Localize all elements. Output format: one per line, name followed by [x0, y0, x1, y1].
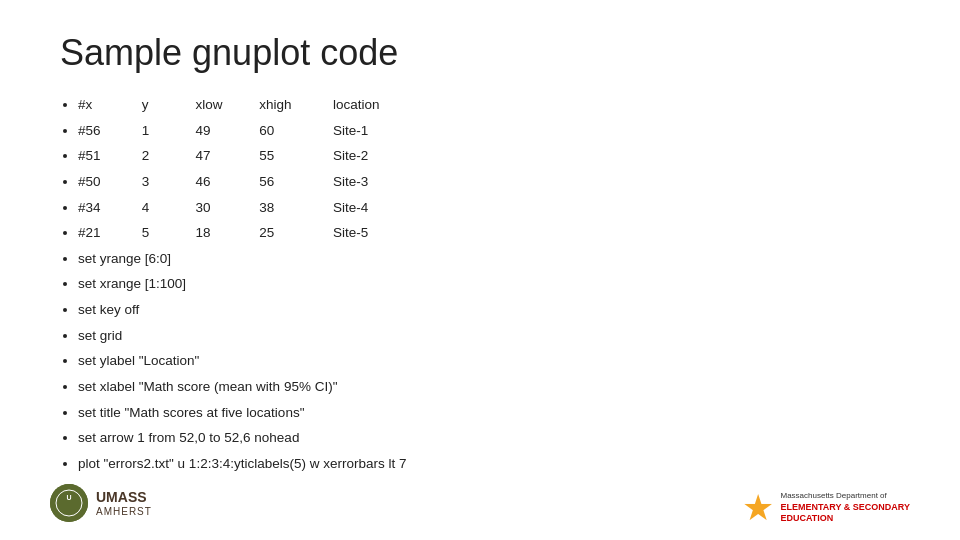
page-title: Sample gnuplot code: [0, 0, 960, 92]
umass-name: UMASS: [96, 489, 152, 506]
cmd-0: set yrange [6:0]: [78, 246, 960, 272]
edu-line2: ELEMENTARY & SECONDARY: [780, 502, 910, 514]
col-xhigh: xhigh: [259, 93, 329, 117]
table-data-row-4: #34 4 30 38 Site-4: [78, 195, 960, 221]
col-y: y: [142, 93, 192, 117]
cmd-8: plot "errors2.txt" u 1:2:3:4:yticlabels(…: [78, 451, 960, 477]
table-data-row-1: #56 1 49 60 Site-1: [78, 118, 960, 144]
cmd-5: set xlabel "Math score (mean with 95% CI…: [78, 374, 960, 400]
cmd-2: set key off: [78, 297, 960, 323]
cmd-1: set xrange [1:100]: [78, 271, 960, 297]
svg-text:U: U: [66, 494, 71, 501]
umass-emblem: U: [50, 484, 88, 522]
content-area: #x y xlow xhigh location #56 1 49 60 Sit…: [0, 92, 960, 476]
code-list: #x y xlow xhigh location #56 1 49 60 Sit…: [60, 92, 960, 476]
col-location: location: [333, 97, 380, 112]
table-data-row-2: #51 2 47 55 Site-2: [78, 143, 960, 169]
edu-line3: EDUCATION: [780, 513, 910, 525]
table-data-row-3: #50 3 46 56 Site-3: [78, 169, 960, 195]
cmd-4: set ylabel "Location": [78, 348, 960, 374]
cmd-6: set title "Math scores at five locations…: [78, 400, 960, 426]
col-x: #x: [78, 93, 138, 117]
star-icon: ★: [742, 490, 774, 526]
umass-text-block: UMASS AMHERST: [96, 489, 152, 517]
cmd-7: set arrow 1 from 52,0 to 52,6 nohead: [78, 425, 960, 451]
umass-logo: U UMASS AMHERST: [50, 484, 152, 522]
table-data-row-5: #21 5 18 25 Site-5: [78, 220, 960, 246]
cmd-3: set grid: [78, 323, 960, 349]
edu-text-block: Massachusetts Department of ELEMENTARY &…: [780, 491, 910, 525]
umass-campus: AMHERST: [96, 506, 152, 517]
ma-edu-logo: ★ Massachusetts Department of ELEMENTARY…: [742, 490, 910, 526]
table-header-row: #x y xlow xhigh location: [78, 92, 960, 118]
col-xlow: xlow: [196, 93, 256, 117]
edu-line1: Massachusetts Department of: [780, 491, 910, 501]
